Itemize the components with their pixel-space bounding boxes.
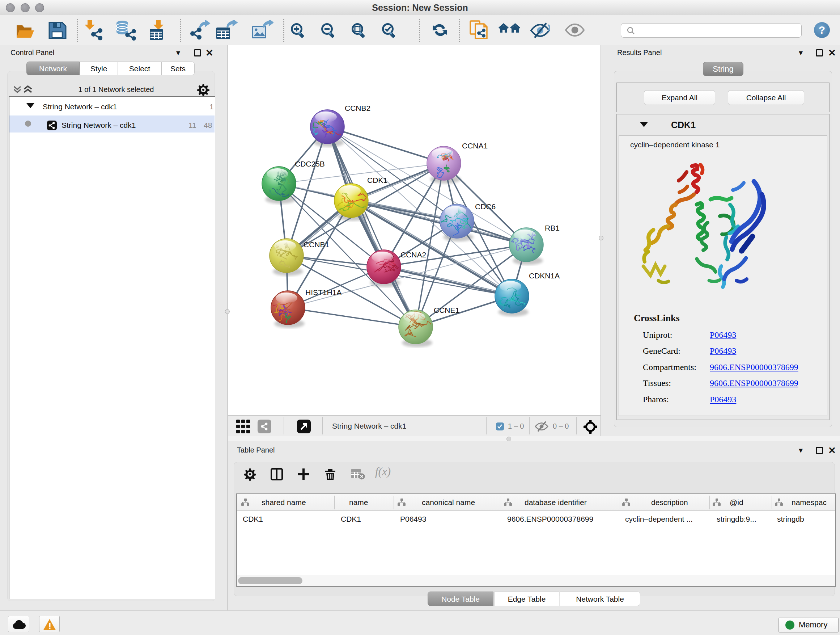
svg-text:CDKN1A: CDKN1A <box>529 272 560 280</box>
svg-text:CCNA2: CCNA2 <box>401 250 426 259</box>
svg-text:CDK1: CDK1 <box>367 176 387 184</box>
svg-text:RB1: RB1 <box>545 224 560 232</box>
svg-text:CCNA1: CCNA1 <box>462 141 488 150</box>
svg-text:CCNE1: CCNE1 <box>434 306 459 314</box>
svg-text:HIST1H1A: HIST1H1A <box>305 288 341 296</box>
svg-text:CCNB2: CCNB2 <box>345 104 370 112</box>
svg-text:CDC25B: CDC25B <box>295 160 325 168</box>
svg-text:CCNB1: CCNB1 <box>303 241 329 249</box>
svg-text:CDC6: CDC6 <box>475 203 496 211</box>
